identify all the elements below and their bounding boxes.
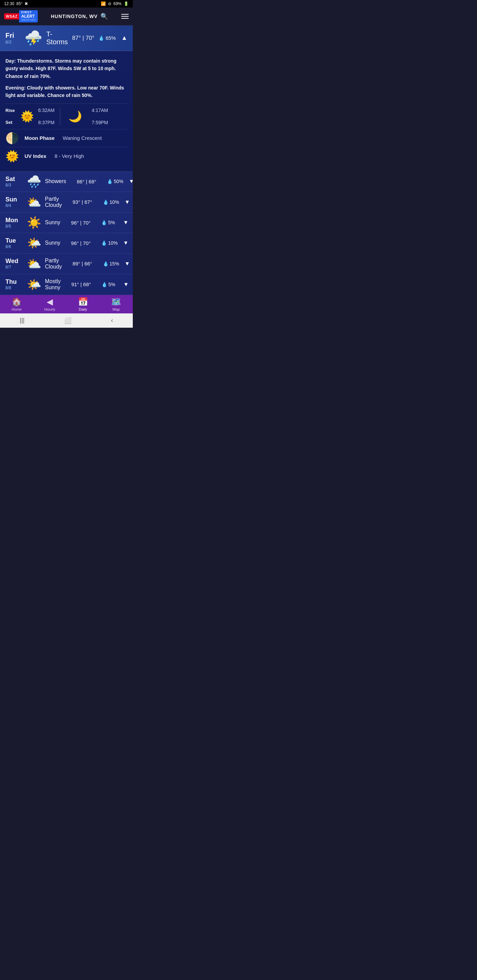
fc-day-name-0: Sat <box>5 176 23 183</box>
fc-day-num-1: 8/4 <box>5 203 23 208</box>
fc-expand-chevron-2[interactable]: ▼ <box>123 220 128 226</box>
fc-date-3: Tue 8/6 <box>5 237 23 249</box>
main-content: Fri 8/2 ⛈️ T-Storms 87° | 70° 💧 65% ▲ Da… <box>0 25 133 295</box>
fc-expand-chevron-1[interactable]: ▼ <box>124 199 130 205</box>
forecast-row[interactable]: Sat 8/3 🌧️ Showers 86° | 68° 💧 50% ▼ <box>0 172 133 192</box>
fc-condition-5: Mostly Sunny <box>45 278 61 291</box>
nav-icon-daily: 📅 <box>78 298 88 306</box>
menu-button[interactable] <box>121 14 129 19</box>
android-home-btn[interactable]: ⬜ <box>64 317 72 324</box>
current-condition: T-Storms <box>46 30 68 46</box>
fc-temps-1: 93° | 67° <box>65 199 99 205</box>
nav-label-hourly: Hourly <box>44 307 55 311</box>
fc-weather-icon-5: 🌤️ <box>27 279 41 290</box>
status-x-icon: ✖ <box>24 2 28 6</box>
wifi-icon: 📶 <box>101 2 106 6</box>
fc-expand-chevron-3[interactable]: ▼ <box>123 240 128 246</box>
uv-index-label: UV Index <box>24 153 46 159</box>
fc-precip-pct-2: 5% <box>108 220 115 225</box>
rise-label: Rise <box>5 108 18 113</box>
menu-line-2 <box>121 16 129 17</box>
status-temp: 85° <box>16 2 22 6</box>
fc-drop-icon-4: 💧 <box>103 261 108 266</box>
fc-temps-2: 96° | 70° <box>64 220 98 226</box>
day-detail-panel: Day: Thunderstorms. Storms may contain s… <box>0 51 133 172</box>
status-right: 📶 ⊘ 69% 🔋 <box>101 2 129 6</box>
fc-precip-3: 💧 10% <box>101 240 118 246</box>
current-high: 87° <box>72 35 81 41</box>
fc-condition-0: Showers <box>45 178 66 185</box>
fc-weather-icon-3: 🌤️ <box>27 237 41 249</box>
uv-sun-icon: 🌞 <box>5 151 19 162</box>
fc-day-num-0: 8/3 <box>5 183 23 188</box>
sunrise-time: 6:32AM <box>38 108 54 113</box>
status-time: 12:30 <box>4 2 14 6</box>
fc-precip-5: 💧 5% <box>102 282 118 287</box>
nav-icon-hourly: ◀ <box>47 298 53 306</box>
fc-precip-2: 💧 5% <box>101 220 118 225</box>
forecast-row[interactable]: Mon 8/5 ☀️ Sunny 96° | 70° 💧 5% ▼ <box>0 213 133 233</box>
fc-precip-0: 💧 50% <box>107 179 124 184</box>
current-day-name: Fri <box>5 32 21 40</box>
fc-precip-pct-1: 10% <box>110 199 119 205</box>
location-text: HUNTINGTON, WV <box>51 14 97 19</box>
fc-expand-chevron-5[interactable]: ▼ <box>123 282 129 288</box>
fc-temps-4: 89° | 66° <box>65 261 99 266</box>
fc-expand-chevron-4[interactable]: ▼ <box>124 261 130 267</box>
fc-precip-1: 💧 10% <box>103 199 120 205</box>
fc-day-name-1: Sun <box>5 196 23 203</box>
fc-drop-icon-2: 💧 <box>101 220 107 225</box>
nav-item-map[interactable]: 🗺️ Map <box>106 298 126 311</box>
forecast-row[interactable]: Tue 8/6 🌤️ Sunny 96° | 70° 💧 10% ▼ <box>0 233 133 253</box>
moon-phase-value: Waning Crescent <box>63 135 102 141</box>
fc-condition-2: Sunny <box>45 220 60 226</box>
forecast-row[interactable]: Wed 8/7 ⛅ Partly Cloudy 89° | 66° 💧 15% … <box>0 253 133 274</box>
fc-precip-pct-5: 5% <box>108 282 115 287</box>
fc-precip-4: 💧 15% <box>103 261 120 266</box>
collapse-chevron[interactable]: ▲ <box>121 34 127 41</box>
uv-index-value: 8 - Very High <box>54 153 84 159</box>
logo-text-block: FIRST ALERT WEATHER <box>19 10 38 22</box>
current-day-header[interactable]: Fri 8/2 ⛈️ T-Storms 87° | 70° 💧 65% ▲ <box>0 25 133 51</box>
fc-condition-1: Partly Cloudy <box>45 196 62 208</box>
logo-weather: WEATHER <box>21 19 36 22</box>
sun-moon-row: Rise Set 🌞 6:32AM 8:37PM 🌙 4:17AM 7:59PM <box>5 103 127 129</box>
nav-label-home: Home <box>11 307 21 311</box>
nav-item-daily[interactable]: 📅 Daily <box>73 298 93 311</box>
fc-expand-chevron-0[interactable]: ▼ <box>129 178 133 185</box>
moon-icon: 🌙 <box>69 110 82 123</box>
moon-phase-row: 🌗 Moon Phase Waning Crescent <box>5 129 127 147</box>
fc-date-4: Wed 8/7 <box>5 258 23 269</box>
android-recents-btn[interactable]: ||| <box>20 317 24 324</box>
search-icon[interactable]: 🔍 <box>101 13 108 20</box>
moonset-time: 7:59PM <box>92 120 108 125</box>
forecast-row[interactable]: Thu 8/8 🌤️ Mostly Sunny 91° | 68° 💧 5% ▼ <box>0 274 133 295</box>
menu-line-1 <box>121 14 129 14</box>
current-temps: 87° | 70° <box>72 35 94 41</box>
current-day-date: Fri 8/2 <box>5 32 21 45</box>
nav-item-home[interactable]: 🏠 Home <box>6 298 27 311</box>
evening-prefix: Evening: <box>5 85 26 91</box>
current-precip-pct: 65% <box>105 35 116 41</box>
fc-date-2: Mon 8/5 <box>5 217 23 229</box>
fc-date-1: Sun 8/4 <box>5 196 23 208</box>
fc-weather-icon-2: ☀️ <box>27 217 41 228</box>
sun-times: 6:32AM 8:37PM <box>38 108 54 125</box>
fc-drop-icon-1: 💧 <box>103 199 108 205</box>
nav-icon-map: 🗺️ <box>111 298 121 306</box>
fc-day-num-5: 8/8 <box>5 285 23 290</box>
forecast-row[interactable]: Sun 8/4 ⛅ Partly Cloudy 93° | 67° 💧 10% … <box>0 192 133 213</box>
set-label: Set <box>5 120 18 125</box>
nav-item-hourly[interactable]: ◀ Hourly <box>40 298 60 311</box>
fc-temps-5: 91° | 68° <box>64 282 98 287</box>
rise-set-labels: Rise Set <box>5 108 18 125</box>
fc-weather-icon-0: 🌧️ <box>27 176 41 187</box>
android-back-btn[interactable]: ‹ <box>111 317 113 324</box>
fc-weather-icon-4: ⛅ <box>27 258 41 269</box>
moon-phase-icon: 🌗 <box>5 133 19 143</box>
current-weather-icon: ⛈️ <box>24 31 42 45</box>
current-low: 70° <box>85 35 94 41</box>
fc-precip-pct-3: 10% <box>108 240 118 246</box>
forecast-list: Sat 8/3 🌧️ Showers 86° | 68° 💧 50% ▼ Sun… <box>0 172 133 295</box>
fc-day-name-5: Thu <box>5 278 23 285</box>
